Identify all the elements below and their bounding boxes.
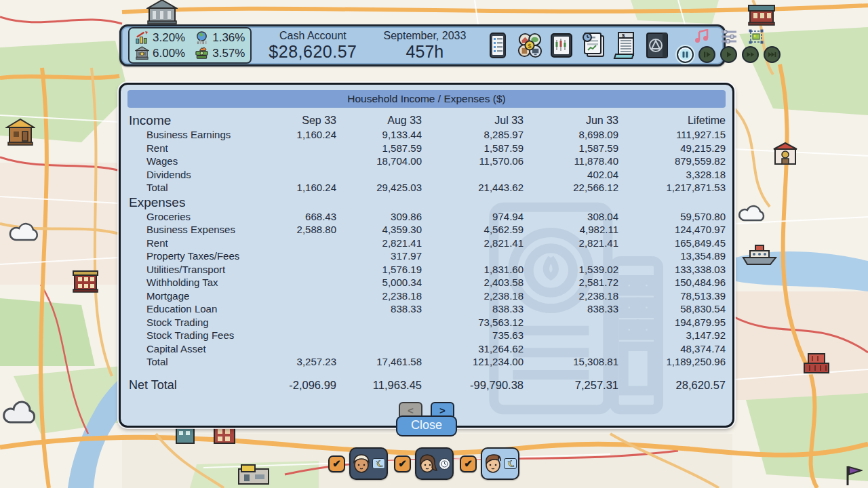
row-label: Business Earnings <box>127 128 273 142</box>
cell: 2,238.18 <box>336 289 422 303</box>
inflation-rate[interactable]: 3.57% <box>195 46 245 60</box>
bank-rate-value: 6.00% <box>153 47 185 60</box>
map-museum-building-icon[interactable] <box>747 3 776 28</box>
cell <box>422 249 524 263</box>
cash-account-label: Cash Account <box>258 30 367 42</box>
portfolio-icon[interactable]: $ <box>517 31 542 60</box>
cell: 2,821.41 <box>422 237 524 250</box>
cell <box>336 316 422 329</box>
character-1-checkbox[interactable]: ✔ <box>328 455 345 472</box>
row-label: Total <box>127 181 273 195</box>
cell: 2,238.18 <box>524 289 618 303</box>
cell: 317.97 <box>336 249 422 263</box>
row-label: Mortgage <box>127 289 273 303</box>
cell: 59,570.80 <box>618 210 726 224</box>
stock-index-rate[interactable]: 3.20% <box>135 30 185 45</box>
cell: 4,359.30 <box>336 223 422 237</box>
pause-button[interactable] <box>677 46 694 63</box>
row-label: Capital Asset <box>127 342 273 356</box>
cell: 1,539.02 <box>524 263 618 277</box>
cell: 4,562.59 <box>422 223 524 237</box>
cell: 2,581.72 <box>524 276 618 289</box>
household-income-expenses-dialog: Household Income / Expenses ($) Income S… <box>119 83 734 428</box>
character-1-button[interactable] <box>349 447 388 480</box>
cell: 668.43 <box>273 210 336 224</box>
reports-icon[interactable] <box>580 31 606 60</box>
cell: 111,927.15 <box>618 128 726 142</box>
cell <box>273 237 336 250</box>
row-label: Groceries <box>127 210 273 224</box>
fast-forward-button[interactable] <box>742 46 759 63</box>
map-bank-building-icon[interactable] <box>146 0 178 27</box>
stock-index-value: 3.20% <box>153 31 185 45</box>
cloud-icon <box>7 218 45 248</box>
income-expenses-table: Income Sep 33 Aug 33 Jul 33 Jun 33 Lifet… <box>127 113 726 393</box>
character-3-checkbox[interactable]: ✔ <box>460 455 477 472</box>
map-cargo-containers-icon[interactable] <box>802 347 831 378</box>
row-label: Wages <box>127 155 273 168</box>
cell <box>273 289 336 303</box>
map-flag-marker-icon[interactable] <box>844 465 863 488</box>
row-label: Stock Trading Fees <box>127 329 273 342</box>
cell: 58,830.54 <box>618 302 726 316</box>
close-button[interactable]: Close <box>396 415 457 436</box>
cell: 1,576.19 <box>336 263 422 277</box>
cell: 7,257.31 <box>524 378 618 393</box>
cell: 73,563.12 <box>422 316 524 329</box>
cell: 1,189,250.96 <box>618 355 726 369</box>
character-3-button[interactable] <box>481 447 519 480</box>
cell: 165,849.45 <box>618 237 726 250</box>
cell <box>273 329 336 342</box>
world-economy-rate[interactable]: 1.36% <box>195 30 245 45</box>
column-header: Sep 33 <box>273 113 336 128</box>
play-slow-button[interactable] <box>698 46 715 63</box>
svg-text:$: $ <box>622 33 625 39</box>
map-red-building-icon[interactable] <box>72 268 99 296</box>
cell: 15,308.81 <box>524 355 618 369</box>
cell: 2,403.58 <box>422 276 524 289</box>
cell <box>422 168 524 182</box>
hud-menu: $ $ <box>485 31 670 60</box>
character-2-button[interactable] <box>415 447 454 480</box>
cell <box>273 302 336 316</box>
cell: 194,879.95 <box>618 316 726 329</box>
hud-right-controls <box>677 28 782 63</box>
cell <box>273 249 336 263</box>
bills-receipt-icon[interactable]: $ <box>612 31 638 60</box>
cell <box>273 316 336 329</box>
map-ferry-boat-icon[interactable] <box>741 243 778 270</box>
map-shop-building-icon[interactable] <box>772 141 799 169</box>
table-row: Total 3,257.23 17,461.58 121,234.00 15,3… <box>127 355 726 369</box>
cell: -99,790.38 <box>422 378 524 393</box>
cell: 5,000.34 <box>336 276 422 289</box>
character-group-3: ✔ <box>460 447 519 480</box>
cell: 308.04 <box>524 210 618 224</box>
stocks-tablet-icon[interactable] <box>549 31 574 60</box>
map-market-stall-icon[interactable] <box>5 117 35 149</box>
table-header-row: Income Sep 33 Aug 33 Jul 33 Jun 33 Lifet… <box>127 113 726 128</box>
table-row: Business Earnings 1,160.24 9,133.44 8,28… <box>127 128 726 142</box>
cell: 974.94 <box>422 210 524 224</box>
map-gym-building-icon[interactable] <box>236 464 271 488</box>
row-label: Withholding Tax <box>127 276 273 289</box>
music-icon[interactable] <box>693 29 711 44</box>
character-2-checkbox[interactable]: ✔ <box>394 455 411 472</box>
phone-tasks-icon[interactable] <box>485 31 511 60</box>
table-row: Withholding Tax 5,000.34 2,403.58 2,581.… <box>127 276 726 289</box>
play-button[interactable] <box>720 46 737 63</box>
table-row: Mortgage 2,238.18 2,238.18 2,238.18 78,5… <box>127 289 726 303</box>
ledger-book-icon[interactable] <box>644 31 670 60</box>
settings-sliders-icon[interactable] <box>720 29 738 44</box>
cell: 735.63 <box>422 329 524 342</box>
snapshot-icon[interactable] <box>747 29 765 44</box>
cloud-icon <box>736 201 770 228</box>
row-label: Rent <box>127 142 273 155</box>
inflation-value: 3.57% <box>212 47 245 60</box>
character-1-sleeping-icon <box>372 458 385 469</box>
bank-rate[interactable]: 6.00% <box>135 46 185 60</box>
cell <box>273 342 336 356</box>
row-label: Business Expenses <box>127 223 273 237</box>
cell <box>273 263 336 277</box>
fastest-button[interactable] <box>764 46 781 63</box>
column-header: Lifetime <box>618 113 726 128</box>
